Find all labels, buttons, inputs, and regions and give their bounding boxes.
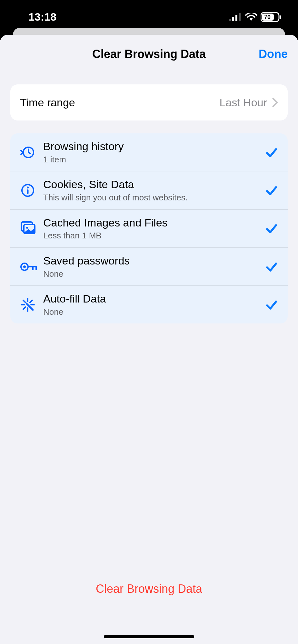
time-range-label: Time range <box>20 96 220 109</box>
battery-percent-text: 70 <box>264 14 271 20</box>
time-range-value: Last Hour <box>220 96 267 109</box>
svg-point-9 <box>27 187 29 188</box>
data-type-row-autofill[interactable]: Auto-fill Data None <box>10 285 288 323</box>
time-range-section: Time range Last Hour <box>10 84 288 120</box>
battery-indicator: 70 <box>261 12 282 22</box>
checkmark-icon <box>265 260 278 273</box>
data-type-title: Auto-fill Data <box>43 292 265 305</box>
clear-browsing-data-button[interactable]: Clear Browsing Data <box>0 582 298 596</box>
svg-line-23 <box>23 300 25 303</box>
modal-title: Clear Browsing Data <box>92 47 206 61</box>
checkmark-icon <box>265 146 278 159</box>
images-icon <box>20 221 37 236</box>
svg-rect-10 <box>27 189 29 194</box>
key-icon <box>20 261 38 273</box>
status-right: 70 <box>229 12 282 22</box>
modal-header: Clear Browsing Data Done <box>0 35 298 73</box>
svg-rect-6 <box>280 15 281 19</box>
checkmark-icon <box>265 298 278 311</box>
data-type-title: Cookies, Site Data <box>43 178 265 191</box>
data-type-title: Saved passwords <box>43 254 265 267</box>
data-type-subtitle: This will sign you out of most websites. <box>43 192 265 203</box>
svg-point-13 <box>26 227 28 229</box>
svg-line-25 <box>30 300 32 303</box>
history-icon <box>20 145 35 160</box>
checkmark-icon <box>265 184 278 197</box>
data-type-row-saved-passwords[interactable]: Saved passwords None <box>10 247 288 285</box>
cellular-signal-icon <box>229 13 242 21</box>
svg-rect-3 <box>239 13 241 21</box>
info-icon <box>20 183 35 198</box>
home-indicator[interactable] <box>104 635 194 638</box>
chevron-right-icon <box>272 98 278 107</box>
svg-rect-1 <box>232 17 234 21</box>
data-type-subtitle: None <box>43 307 265 317</box>
data-types-section: Browsing history 1 item <box>10 133 288 323</box>
data-type-subtitle: None <box>43 269 265 279</box>
autofill-icon <box>20 297 35 312</box>
status-time: 13:18 <box>16 11 56 23</box>
svg-rect-0 <box>229 19 231 21</box>
data-type-subtitle: Less than 1 MB <box>43 230 265 241</box>
data-type-row-browsing-history[interactable]: Browsing history 1 item <box>10 133 288 171</box>
checkmark-icon <box>265 222 278 235</box>
data-type-subtitle: 1 item <box>43 154 265 165</box>
data-type-row-cookies[interactable]: Cookies, Site Data This will sign you ou… <box>10 171 288 209</box>
modal-sheet: Clear Browsing Data Done Time range Last… <box>0 35 298 644</box>
time-range-row[interactable]: Time range Last Hour <box>10 84 288 120</box>
svg-rect-2 <box>235 15 237 21</box>
svg-point-15 <box>23 265 26 268</box>
data-type-title: Cached Images and Files <box>43 216 265 229</box>
data-type-title: Browsing history <box>43 140 265 153</box>
done-button[interactable]: Done <box>259 47 288 61</box>
wifi-icon <box>245 13 257 21</box>
svg-line-26 <box>23 307 25 309</box>
data-type-row-cached-images[interactable]: Cached Images and Files Less than 1 MB <box>10 209 288 247</box>
